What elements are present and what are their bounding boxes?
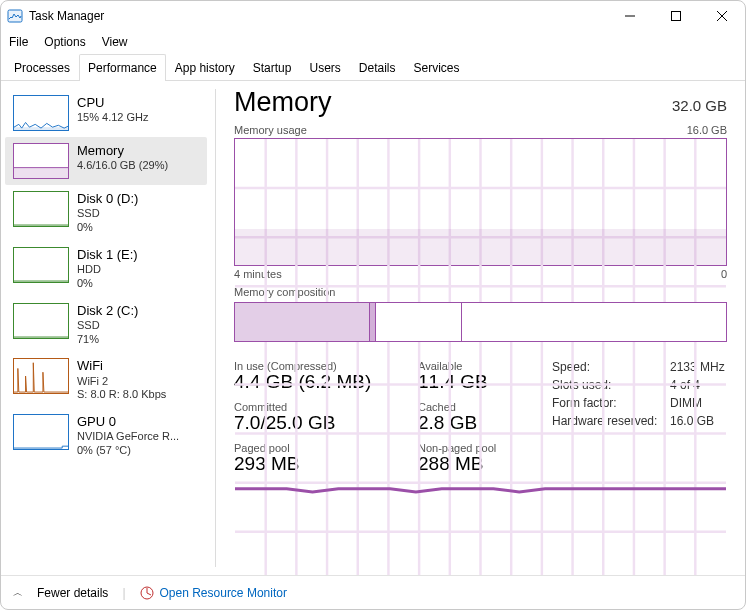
sidebar-item-label: Memory	[77, 143, 168, 159]
usage-chart-max: 16.0 GB	[687, 124, 727, 136]
sidebar-thumb-icon	[13, 358, 69, 394]
tab-services[interactable]: Services	[405, 54, 469, 81]
sidebar-item-label: Disk 1 (E:)	[77, 247, 138, 263]
sidebar-thumb-icon	[13, 95, 69, 131]
close-button[interactable]	[699, 1, 745, 31]
tab-app-history[interactable]: App history	[166, 54, 244, 81]
sidebar-item-sub2: 0% (57 °C)	[77, 444, 179, 458]
sidebar-item-sub1: 4.6/16.0 GB (29%)	[77, 159, 168, 173]
sidebar-item-sub1: SSD	[77, 319, 138, 333]
sidebar-item-sub1: SSD	[77, 207, 138, 221]
sidebar-item-disk-0-d-[interactable]: Disk 0 (D:)SSD0%	[5, 185, 207, 241]
maximize-button[interactable]	[653, 1, 699, 31]
resmon-label: Open Resource Monitor	[160, 586, 287, 600]
menu-file[interactable]: File	[9, 35, 28, 49]
sidebar-item-sub1: 15% 4.12 GHz	[77, 111, 149, 125]
sidebar-item-wifi[interactable]: WiFiWiFi 2S: 8.0 R: 8.0 Kbps	[5, 352, 207, 408]
sidebar-thumb-icon	[13, 191, 69, 227]
tab-processes[interactable]: Processes	[5, 54, 79, 81]
sidebar-item-gpu-0[interactable]: GPU 0NVIDIA GeForce R...0% (57 °C)	[5, 408, 207, 464]
window-title: Task Manager	[29, 9, 104, 23]
svg-rect-2	[672, 12, 681, 21]
sidebar-item-cpu[interactable]: CPU15% 4.12 GHz	[5, 89, 207, 137]
titlebar[interactable]: Task Manager	[1, 1, 745, 31]
usage-chart-label: Memory usage	[234, 124, 307, 136]
sidebar-item-sub2: 0%	[77, 221, 138, 235]
sidebar-item-label: CPU	[77, 95, 149, 111]
composition-segment-in-use	[235, 303, 370, 341]
sidebar-item-sub2: 71%	[77, 333, 138, 347]
svg-rect-5	[14, 127, 68, 130]
sidebar-item-label: GPU 0	[77, 414, 179, 430]
menubar: File Options View	[1, 31, 745, 53]
tab-performance[interactable]: Performance	[79, 54, 166, 81]
memory-usage-chart[interactable]	[234, 138, 727, 266]
sidebar-item-label: Disk 0 (D:)	[77, 191, 138, 207]
sidebar-item-label: Disk 2 (C:)	[77, 303, 138, 319]
minimize-button[interactable]	[607, 1, 653, 31]
fewer-details-link[interactable]: Fewer details	[37, 586, 108, 600]
task-manager-window: Task Manager File Options View Processes…	[0, 0, 746, 610]
sidebar-item-sub1: HDD	[77, 263, 138, 277]
sidebar-item-sub1: WiFi 2	[77, 375, 166, 389]
resmon-icon	[140, 586, 154, 600]
main-panel: Memory 32.0 GB Memory usage 16.0 GB 4 mi…	[216, 81, 745, 575]
open-resource-monitor-link[interactable]: Open Resource Monitor	[140, 586, 287, 600]
tab-details[interactable]: Details	[350, 54, 405, 81]
sidebar-thumb-icon	[13, 247, 69, 283]
sidebar-item-memory[interactable]: Memory4.6/16.0 GB (29%)	[5, 137, 207, 185]
sidebar-thumb-icon	[13, 143, 69, 179]
menu-options[interactable]: Options	[44, 35, 85, 49]
page-title: Memory	[234, 87, 332, 118]
composition-segment-standby	[376, 303, 462, 341]
menu-view[interactable]: View	[102, 35, 128, 49]
sidebar-thumb-icon	[13, 414, 69, 450]
sidebar-item-disk-1-e-[interactable]: Disk 1 (E:)HDD0%	[5, 241, 207, 297]
sidebar-item-sub2: 0%	[77, 277, 138, 291]
memory-capacity: 32.0 GB	[672, 97, 727, 114]
svg-rect-6	[14, 168, 68, 178]
composition-segment-free	[462, 303, 726, 341]
app-icon	[7, 8, 23, 24]
sidebar[interactable]: CPU15% 4.12 GHzMemory4.6/16.0 GB (29%)Di…	[1, 81, 211, 575]
tabbar: Processes Performance App history Startu…	[1, 53, 745, 81]
sidebar-item-label: WiFi	[77, 358, 166, 374]
sidebar-item-sub2: S: 8.0 R: 8.0 Kbps	[77, 388, 166, 402]
sidebar-thumb-icon	[13, 303, 69, 339]
memory-composition-chart[interactable]	[234, 302, 727, 342]
tab-users[interactable]: Users	[300, 54, 349, 81]
sidebar-item-disk-2-c-[interactable]: Disk 2 (C:)SSD71%	[5, 297, 207, 353]
footer: ︿ Fewer details | Open Resource Monitor	[1, 575, 745, 609]
tab-startup[interactable]: Startup	[244, 54, 301, 81]
chevron-up-icon[interactable]: ︿	[13, 586, 23, 600]
sidebar-item-sub1: NVIDIA GeForce R...	[77, 430, 179, 444]
